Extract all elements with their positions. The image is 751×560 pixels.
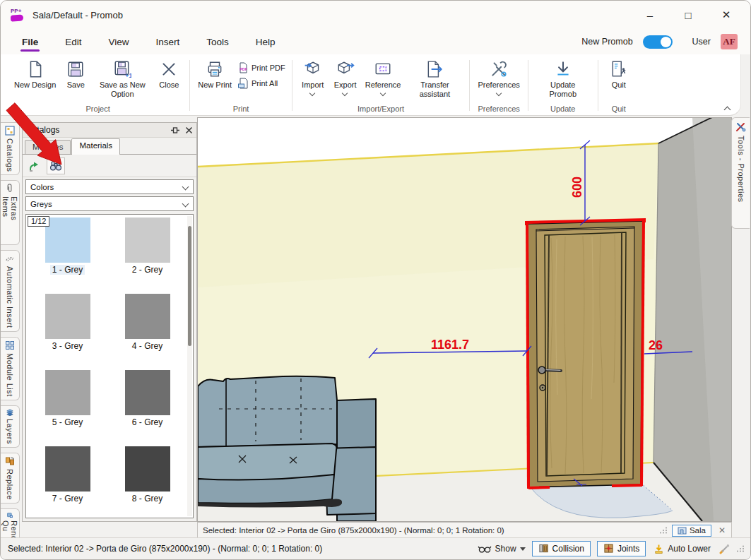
collision-icon [538,543,549,554]
materials-toolbar [23,155,196,177]
new-page-icon [26,60,45,78]
sidebar-tab-automatic-insert[interactable]: Automatic Insert [1,250,20,331]
preferences-dropdown-chevron[interactable] [497,91,502,96]
save-as-new-option-button[interactable]: +1 Save as New Option [92,57,153,100]
selection-status-text: Selected: Interior 02 -> Porta de Giro (… [8,544,322,554]
menu-help[interactable]: Help [247,33,284,51]
menu-file[interactable]: File [13,33,47,51]
new-print-button[interactable]: New Print [194,57,235,91]
maximize-button[interactable]: □ [674,4,702,25]
swatch-item[interactable]: 6 - Grey [110,370,184,427]
swatch-color[interactable] [125,446,170,492]
swatch-scrollbar[interactable] [187,216,192,516]
group-label-preferences: Preferences [474,103,523,115]
tab-modules[interactable]: Modules [25,140,71,154]
svg-text:PDF: PDF [240,67,247,71]
import-button[interactable]: Import [297,57,329,97]
group-label-print: Print [194,103,287,115]
preferences-button[interactable]: Preferences [474,57,523,97]
group-label-project: Project [11,103,185,115]
minimize-button[interactable]: – [636,4,664,25]
menu-tools[interactable]: Tools [198,33,237,51]
catalog-home-button[interactable] [25,157,44,174]
app-window: PP+ Sala/Default - Promob – □ ✕ File Edi… [0,0,751,560]
swatch-item[interactable]: 4 - Grey [110,294,184,351]
tools-properties-icon [735,121,746,132]
save-as-floppy-plus-one-icon: +1 [113,60,131,78]
user-avatar[interactable]: AF [721,34,738,49]
swatch-color[interactable] [45,446,90,492]
new-design-button[interactable]: New Design [11,57,59,91]
menu-edit[interactable]: Edit [57,33,90,51]
menu-view[interactable]: View [100,33,138,51]
scene-3d: 600 1161.7 26 [198,118,731,521]
update-promob-button[interactable]: Update Promob [533,57,593,100]
window-title: Sala/Default - Promob [32,10,123,20]
swatch-color[interactable] [45,370,90,415]
panel-close-icon[interactable] [185,126,193,134]
menu-insert[interactable]: Insert [148,33,189,51]
reference-dropdown-chevron[interactable] [381,91,386,96]
pin-icon[interactable] [170,126,180,134]
print-pdf-button[interactable]: PDF Print PDF [235,61,288,74]
ribbon-group-import-export: Import Export Reference Transfer assista… [294,57,468,115]
search-button[interactable] [47,157,65,174]
sidebar-tab-tools-properties[interactable]: Tools - Properties [731,117,750,229]
sidebar-tab-catalogs[interactable]: Catalogs [1,122,20,175]
sidebar-tab-extras-items[interactable]: Extras Items [1,180,20,245]
grip-icon[interactable] [659,527,668,534]
wand-icon[interactable] [719,543,730,554]
menu-bar: File Edit View Insert Tools Help New Pro… [1,29,750,54]
ribbon-collapse-chevron[interactable] [723,105,733,112]
joints-icon [603,543,614,554]
new-promob-toggle[interactable] [643,35,673,49]
binoculars-icon [49,160,62,172]
catalogs-panel-title: Catalogs [26,125,59,135]
render-queue-icon [5,512,15,518]
sidebar-tab-module-list[interactable]: Module List [1,337,20,400]
room-tab-sala[interactable]: Sala [672,525,711,537]
show-dropdown[interactable]: Show [478,544,526,554]
tab-materials[interactable]: Materials [71,138,120,155]
swatch-item[interactable]: 5 - Grey [30,370,105,427]
door-3d[interactable] [526,220,644,489]
swatch-color[interactable] [125,294,170,339]
close-design-button[interactable]: Close [153,57,185,91]
reference-button[interactable]: Reference [362,57,405,97]
close-button[interactable]: ✕ [712,4,740,25]
close-x-icon [160,60,178,78]
collision-button[interactable]: Collision [532,541,591,556]
show-caret-icon [520,547,526,551]
swatch-item[interactable]: 7 - Grey [30,446,105,504]
auto-lower-button[interactable]: Auto Lower [652,542,712,556]
subcategory-dropdown[interactable]: Greys [25,196,194,211]
swatch-color[interactable] [125,370,170,415]
swatch-color[interactable] [45,218,90,263]
export-dropdown-chevron[interactable] [343,91,348,96]
room-tab-close-icon[interactable]: ✕ [716,525,728,535]
swatch-item[interactable]: 3 - Grey [30,294,105,351]
resize-grip-icon[interactable] [736,545,745,552]
swatch-label: 3 - Grey [50,341,85,351]
transfer-assistant-button[interactable]: Transfer assistant [404,57,465,100]
swatch-label: 7 - Grey [50,494,85,504]
catalogs-icon [5,126,15,136]
export-button[interactable]: Export [329,57,362,97]
swatch-item[interactable]: 8 - Grey [110,446,184,504]
export-cube-icon [336,60,355,78]
print-all-button[interactable]: Print All [235,77,288,90]
category-dropdown[interactable]: Colors [25,179,194,194]
swatch-color[interactable] [125,218,170,263]
quit-button[interactable]: Quit [603,57,635,91]
joints-button[interactable]: Joints [597,541,646,556]
sidebar-tab-layers[interactable]: Layers [1,405,20,448]
import-dropdown-chevron[interactable] [310,91,315,96]
status-bar: Selected: Interior 02 -> Porta de Giro (… [1,537,750,559]
green-arrow-icon [28,160,41,172]
swatch-color[interactable] [45,294,90,339]
viewport-3d[interactable]: 600 1161.7 26 [197,117,732,522]
sidebar-tab-replace[interactable]: Replace [1,453,20,504]
user-label[interactable]: User [692,37,711,47]
save-button[interactable]: Save [59,57,92,91]
swatch-item[interactable]: 2 - Grey [110,218,184,275]
